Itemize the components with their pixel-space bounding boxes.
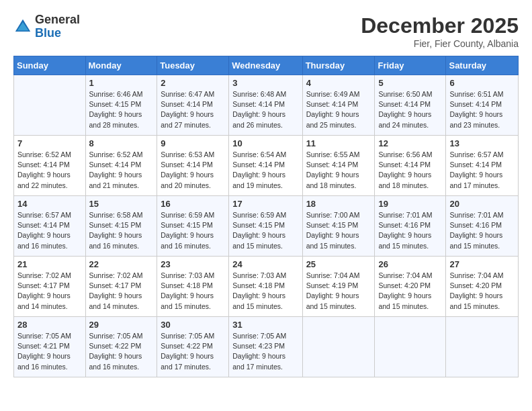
column-header-tuesday: Tuesday [157, 56, 229, 75]
calendar-cell [375, 317, 446, 377]
week-row-3: 14Sunrise: 6:57 AMSunset: 4:14 PMDayligh… [14, 196, 519, 257]
calendar-cell: 26Sunrise: 7:04 AMSunset: 4:20 PMDayligh… [375, 257, 446, 317]
calendar-cell: 17Sunrise: 6:59 AMSunset: 4:15 PMDayligh… [229, 196, 302, 257]
week-row-1: 1Sunrise: 6:46 AMSunset: 4:15 PMDaylight… [14, 75, 519, 136]
calendar-cell [14, 75, 86, 136]
day-number: 16 [161, 199, 225, 209]
day-number: 13 [449, 138, 515, 148]
day-info: Sunrise: 6:59 AMSunset: 4:15 PMDaylight:… [232, 210, 298, 251]
day-info: Sunrise: 6:56 AMSunset: 4:14 PMDaylight:… [378, 150, 442, 191]
day-number: 1 [89, 78, 154, 88]
day-info: Sunrise: 7:04 AMSunset: 4:20 PMDaylight:… [378, 271, 442, 312]
calendar-cell: 29Sunrise: 7:05 AMSunset: 4:22 PMDayligh… [85, 317, 157, 377]
day-number: 24 [232, 259, 298, 269]
calendar-cell: 28Sunrise: 7:05 AMSunset: 4:21 PMDayligh… [14, 317, 86, 377]
calendar-cell: 13Sunrise: 6:57 AMSunset: 4:14 PMDayligh… [446, 136, 519, 196]
calendar-cell [302, 317, 375, 377]
calendar-cell: 15Sunrise: 6:58 AMSunset: 4:15 PMDayligh… [85, 196, 157, 257]
day-number: 12 [378, 138, 442, 148]
logo: General Blue [13, 13, 80, 40]
day-number: 10 [232, 138, 298, 148]
calendar-header-row: SundayMondayTuesdayWednesdayThursdayFrid… [14, 56, 519, 75]
calendar-cell: 31Sunrise: 7:05 AMSunset: 4:23 PMDayligh… [229, 317, 302, 377]
day-info: Sunrise: 6:52 AMSunset: 4:14 PMDaylight:… [17, 150, 82, 191]
calendar-cell: 5Sunrise: 6:50 AMSunset: 4:14 PMDaylight… [375, 75, 446, 136]
month-title: December 2025 [361, 13, 519, 38]
logo-text: General Blue [35, 13, 80, 40]
calendar-cell: 30Sunrise: 7:05 AMSunset: 4:22 PMDayligh… [157, 317, 229, 377]
day-number: 9 [161, 138, 225, 148]
day-info: Sunrise: 7:04 AMSunset: 4:20 PMDaylight:… [449, 271, 515, 312]
logo-general: General [35, 13, 80, 27]
day-info: Sunrise: 7:03 AMSunset: 4:18 PMDaylight:… [232, 271, 298, 312]
day-info: Sunrise: 6:57 AMSunset: 4:14 PMDaylight:… [17, 210, 82, 251]
day-number: 11 [306, 138, 371, 148]
calendar-cell: 1Sunrise: 6:46 AMSunset: 4:15 PMDaylight… [85, 75, 157, 136]
calendar-cell: 20Sunrise: 7:01 AMSunset: 4:16 PMDayligh… [446, 196, 519, 257]
calendar-cell: 10Sunrise: 6:54 AMSunset: 4:14 PMDayligh… [229, 136, 302, 196]
week-row-4: 21Sunrise: 7:02 AMSunset: 4:17 PMDayligh… [14, 257, 519, 317]
calendar-cell: 24Sunrise: 7:03 AMSunset: 4:18 PMDayligh… [229, 257, 302, 317]
calendar-cell: 27Sunrise: 7:04 AMSunset: 4:20 PMDayligh… [446, 257, 519, 317]
page-header: General Blue December 2025 Fier, Fier Co… [13, 13, 519, 49]
location: Fier, Fier County, Albania [361, 38, 519, 49]
calendar-cell: 12Sunrise: 6:56 AMSunset: 4:14 PMDayligh… [375, 136, 446, 196]
day-info: Sunrise: 7:01 AMSunset: 4:16 PMDaylight:… [378, 210, 442, 251]
calendar-cell: 19Sunrise: 7:01 AMSunset: 4:16 PMDayligh… [375, 196, 446, 257]
day-info: Sunrise: 6:50 AMSunset: 4:14 PMDaylight:… [378, 89, 442, 130]
day-info: Sunrise: 6:52 AMSunset: 4:14 PMDaylight:… [89, 150, 154, 191]
day-info: Sunrise: 6:59 AMSunset: 4:15 PMDaylight:… [161, 210, 225, 251]
day-number: 23 [161, 259, 225, 269]
day-info: Sunrise: 7:05 AMSunset: 4:22 PMDaylight:… [89, 331, 154, 372]
title-block: December 2025 Fier, Fier County, Albania [361, 13, 519, 49]
day-info: Sunrise: 7:01 AMSunset: 4:16 PMDaylight:… [449, 210, 515, 251]
calendar-cell [446, 317, 519, 377]
day-number: 8 [89, 138, 154, 148]
calendar-cell: 23Sunrise: 7:03 AMSunset: 4:18 PMDayligh… [157, 257, 229, 317]
logo-icon [13, 17, 32, 36]
calendar-cell: 18Sunrise: 7:00 AMSunset: 4:15 PMDayligh… [302, 196, 375, 257]
column-header-friday: Friday [375, 56, 446, 75]
day-info: Sunrise: 6:58 AMSunset: 4:15 PMDaylight:… [89, 210, 154, 251]
day-number: 7 [17, 138, 82, 148]
calendar-cell: 21Sunrise: 7:02 AMSunset: 4:17 PMDayligh… [14, 257, 86, 317]
day-number: 4 [306, 78, 371, 88]
day-number: 30 [161, 320, 225, 330]
day-info: Sunrise: 7:02 AMSunset: 4:17 PMDaylight:… [89, 271, 154, 312]
calendar-cell: 2Sunrise: 6:47 AMSunset: 4:14 PMDaylight… [157, 75, 229, 136]
day-number: 5 [378, 78, 442, 88]
day-info: Sunrise: 6:53 AMSunset: 4:14 PMDaylight:… [161, 150, 225, 191]
day-info: Sunrise: 7:00 AMSunset: 4:15 PMDaylight:… [306, 210, 371, 251]
calendar-cell: 4Sunrise: 6:49 AMSunset: 4:14 PMDaylight… [302, 75, 375, 136]
day-number: 22 [89, 259, 154, 269]
calendar-cell: 25Sunrise: 7:04 AMSunset: 4:19 PMDayligh… [302, 257, 375, 317]
day-number: 3 [232, 78, 298, 88]
day-info: Sunrise: 6:47 AMSunset: 4:14 PMDaylight:… [161, 89, 225, 130]
column-header-sunday: Sunday [14, 56, 86, 75]
day-number: 18 [306, 199, 371, 209]
day-number: 29 [89, 320, 154, 330]
column-header-wednesday: Wednesday [229, 56, 302, 75]
day-info: Sunrise: 6:55 AMSunset: 4:14 PMDaylight:… [306, 150, 371, 191]
day-number: 25 [306, 259, 371, 269]
week-row-5: 28Sunrise: 7:05 AMSunset: 4:21 PMDayligh… [14, 317, 519, 377]
day-info: Sunrise: 6:49 AMSunset: 4:14 PMDaylight:… [306, 89, 371, 130]
calendar-cell: 3Sunrise: 6:48 AMSunset: 4:14 PMDaylight… [229, 75, 302, 136]
calendar-cell: 6Sunrise: 6:51 AMSunset: 4:14 PMDaylight… [446, 75, 519, 136]
calendar-cell: 11Sunrise: 6:55 AMSunset: 4:14 PMDayligh… [302, 136, 375, 196]
day-info: Sunrise: 7:05 AMSunset: 4:21 PMDaylight:… [17, 331, 82, 372]
calendar: SundayMondayTuesdayWednesdayThursdayFrid… [13, 56, 519, 377]
day-info: Sunrise: 6:51 AMSunset: 4:14 PMDaylight:… [449, 89, 515, 130]
day-number: 6 [449, 78, 515, 88]
day-number: 14 [17, 199, 82, 209]
day-info: Sunrise: 6:46 AMSunset: 4:15 PMDaylight:… [89, 89, 154, 130]
calendar-cell: 14Sunrise: 6:57 AMSunset: 4:14 PMDayligh… [14, 196, 86, 257]
day-number: 15 [89, 199, 154, 209]
logo-blue: Blue [35, 27, 80, 40]
calendar-cell: 22Sunrise: 7:02 AMSunset: 4:17 PMDayligh… [85, 257, 157, 317]
day-number: 17 [232, 199, 298, 209]
calendar-cell: 9Sunrise: 6:53 AMSunset: 4:14 PMDaylight… [157, 136, 229, 196]
day-info: Sunrise: 7:02 AMSunset: 4:17 PMDaylight:… [17, 271, 82, 312]
day-number: 20 [449, 199, 515, 209]
day-info: Sunrise: 7:03 AMSunset: 4:18 PMDaylight:… [161, 271, 225, 312]
